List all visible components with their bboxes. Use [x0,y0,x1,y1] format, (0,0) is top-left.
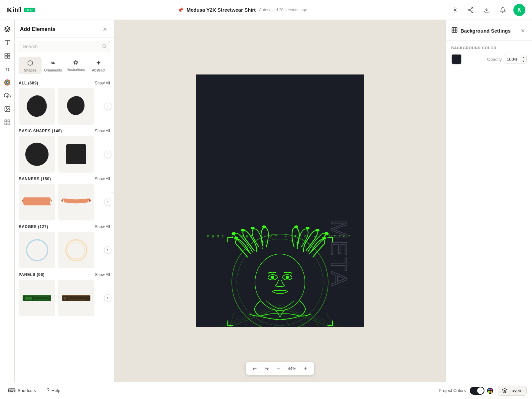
svg-rect-32 [25,297,32,300]
topbar-center: 📌 Medusa Y2K Streetwear Shirt Autosaved … [178,7,307,13]
canvas[interactable]: made « out « of « the « terror META [196,74,364,327]
share-button[interactable] [466,5,476,15]
shortcuts-button[interactable]: ⌨ Shortcuts [5,385,39,396]
badges-show-all-button[interactable]: Show All [95,224,110,229]
project-colors-toggle[interactable] [470,387,484,395]
sidebar-photo-button[interactable] [1,103,13,115]
list-item[interactable] [19,136,55,173]
list-item[interactable] [19,88,55,125]
svg-point-76 [488,388,490,390]
illustrations-tab-label: Illustrations [66,67,85,71]
help-button[interactable]: ? Help [44,386,63,396]
sidebar-grid-button[interactable] [1,116,13,128]
all-row-arrow[interactable]: › [104,103,111,110]
opacity-decrease-button[interactable]: ▼ [520,59,526,63]
svg-point-35 [64,297,66,300]
category-tabs: ⬡ Shapes ❧ Ornaments ✿ Illustrations ✦ A… [15,56,114,77]
sidebar-icons: Tt [0,20,15,382]
ornaments-tab-icon: ❧ [50,59,56,67]
panels-section-header: PANELS (96) Show All [19,272,110,277]
project-title: Medusa Y2K Streetwear Shirt [187,7,256,13]
search-input[interactable] [19,41,110,52]
list-item[interactable] [58,232,94,268]
zoom-in-button[interactable]: + [301,364,310,373]
sidebar-text-button[interactable] [1,37,13,49]
list-item[interactable] [19,184,55,220]
svg-point-52 [255,254,305,311]
badge2-icon [64,238,89,263]
panel-collapse-arrow[interactable]: ‹ [111,193,114,209]
circle-shape [25,143,49,166]
opacity-stepper: ▲ ▼ [520,55,526,63]
bg-panel-title: Background Settings [461,28,511,34]
list-item[interactable] [19,280,55,316]
grid-icon [4,119,11,126]
sidebar-upload-button[interactable] [1,90,13,102]
sidebar-colors-button[interactable] [1,76,13,88]
panel2-icon [61,292,91,304]
zoom-out-button[interactable]: − [274,364,283,373]
svg-point-56 [286,276,289,279]
list-item[interactable] [58,184,94,220]
search-bar [19,41,110,52]
main-area: Tt Add Elements ✕ ⬡ Shapes [0,20,532,382]
bg-section: BACKGROUND COLOR Opacity ▲ ▼ [446,41,532,70]
svg-point-29 [66,240,87,261]
abstract-tab-label: Abstract [92,68,105,72]
svg-rect-23 [8,120,10,122]
zoom-value: 44% [286,366,298,371]
bg-color-swatch[interactable] [451,54,462,65]
basic-shapes-items-row: › [19,136,110,173]
list-item[interactable] [58,136,94,173]
tab-abstract[interactable]: ✦ Abstract [87,57,110,74]
color-wheel-icon [4,79,11,86]
svg-point-26 [103,44,106,47]
panels-row-arrow[interactable]: › [104,294,111,302]
bottombar-right: Project Colors Layers [439,386,527,396]
basic-shapes-show-all-button[interactable]: Show All [95,129,110,133]
settings-button[interactable] [450,5,460,15]
panel-close-button[interactable]: ✕ [101,25,109,33]
sidebar-elements-button[interactable] [1,50,13,62]
all-show-all-button[interactable]: Show All [95,81,110,85]
tab-illustrations[interactable]: ✿ Illustrations [65,57,87,74]
basic-shapes-title: BASIC SHAPES (148) [19,129,62,133]
banners-row-arrow[interactable]: › [104,199,111,206]
svg-point-75 [487,387,493,393]
svg-point-18 [7,82,8,83]
basic-shapes-row-arrow[interactable]: › [104,151,111,158]
text-icon [4,39,11,46]
list-item[interactable] [19,232,55,268]
sidebar-layers-button[interactable] [1,23,13,35]
svg-point-2 [468,9,470,11]
svg-point-45 [251,227,255,229]
list-item[interactable] [58,88,94,125]
opacity-input[interactable] [504,56,520,63]
beta-badge: BETA [24,8,35,12]
banners-show-all-button[interactable]: Show All [95,177,110,181]
notifications-button[interactable] [497,5,508,15]
tab-shapes[interactable]: ⬡ Shapes [19,57,42,74]
opacity-increase-button[interactable]: ▲ [520,55,526,59]
shape-blob1-icon [25,94,50,119]
redo-button[interactable]: ↪ [262,364,271,373]
bg-close-button[interactable]: ✕ [519,27,527,35]
avatar[interactable]: K [513,4,525,16]
svg-text:META: META [327,220,352,288]
elements-panel: Add Elements ✕ ⬡ Shapes ❧ Ornaments ✿ Il… [15,20,114,382]
svg-point-79 [490,391,492,393]
typography-icon: Tt [4,66,11,72]
tab-ornaments[interactable]: ❧ Ornaments [42,57,65,74]
illustrations-tab-icon: ✿ [73,59,78,66]
list-item[interactable] [58,280,94,316]
shape-blob2-icon [64,94,89,119]
svg-rect-25 [8,123,10,125]
svg-rect-12 [5,56,7,59]
download-button[interactable] [481,5,492,15]
layers-button[interactable]: Layers [498,386,527,396]
undo-button[interactable]: ↩ [250,364,259,373]
all-items-row: › [19,88,110,125]
sidebar-typography-button[interactable]: Tt [1,63,13,75]
panels-show-all-button[interactable]: Show All [95,272,110,277]
badges-row-arrow[interactable]: › [104,246,111,254]
